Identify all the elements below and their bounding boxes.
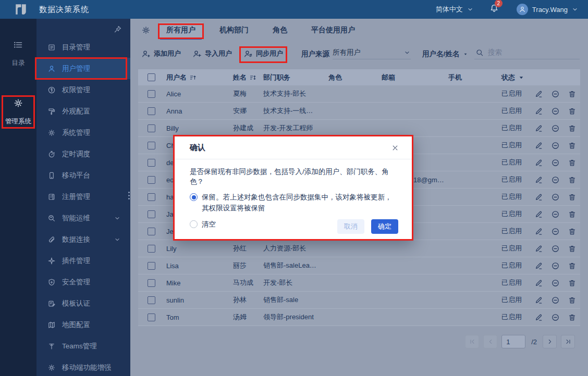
row-checkbox[interactable] bbox=[148, 124, 155, 132]
sidebar-item[interactable]: 安全管理 bbox=[36, 271, 130, 293]
prev-page-button[interactable] bbox=[483, 335, 497, 348]
radio-unselected-icon[interactable] bbox=[190, 220, 198, 228]
confirm-button[interactable]: 确定 bbox=[371, 219, 398, 234]
edit-icon[interactable] bbox=[534, 227, 543, 236]
sidebar-item[interactable]: 权限管理 bbox=[36, 79, 130, 101]
delete-icon[interactable] bbox=[568, 107, 577, 116]
disable-icon[interactable] bbox=[551, 279, 560, 287]
disable-icon[interactable] bbox=[551, 124, 560, 133]
filter-caret-icon[interactable] bbox=[518, 74, 525, 81]
disable-icon[interactable] bbox=[551, 193, 560, 202]
sidebar-item[interactable]: 数据连接 bbox=[36, 229, 130, 250]
row-checkbox[interactable] bbox=[148, 262, 155, 270]
delete-icon[interactable] bbox=[568, 279, 577, 287]
close-icon[interactable] bbox=[391, 144, 399, 152]
tab-org-dept[interactable]: 机构部门 bbox=[212, 22, 256, 38]
edit-icon[interactable] bbox=[534, 244, 543, 253]
edit-icon[interactable] bbox=[534, 107, 543, 116]
delete-icon[interactable] bbox=[568, 313, 577, 322]
sort-icon[interactable] bbox=[249, 74, 256, 81]
radio-selected-icon[interactable] bbox=[190, 193, 198, 201]
last-page-button[interactable] bbox=[561, 335, 575, 348]
disable-icon[interactable] bbox=[551, 141, 560, 150]
tab-platform-users[interactable]: 平台使用用户 bbox=[304, 22, 362, 38]
sync-user-button[interactable]: 同步用户 bbox=[243, 49, 283, 58]
sidebar-drag-handle[interactable] bbox=[128, 192, 130, 199]
rail-item-admin-system[interactable]: 管理系统 bbox=[0, 98, 36, 126]
sidebar-item[interactable]: 移动端功能增强 bbox=[36, 357, 130, 376]
delete-icon[interactable] bbox=[568, 261, 577, 270]
disable-icon[interactable] bbox=[551, 90, 560, 98]
search-field-selector[interactable]: 用户名/姓名 bbox=[422, 49, 468, 59]
sidebar-item[interactable]: 模板认证 bbox=[36, 293, 130, 314]
edit-icon[interactable] bbox=[534, 279, 543, 287]
sidebar-item[interactable]: 用户管理 bbox=[36, 58, 130, 79]
disable-icon[interactable] bbox=[551, 261, 560, 270]
row-checkbox[interactable] bbox=[148, 279, 155, 287]
row-checkbox[interactable] bbox=[148, 107, 155, 115]
edit-icon[interactable] bbox=[534, 90, 543, 98]
tab-settings-gear-icon[interactable] bbox=[141, 26, 151, 35]
edit-icon[interactable] bbox=[534, 124, 543, 133]
row-checkbox[interactable] bbox=[148, 159, 155, 167]
delete-icon[interactable] bbox=[568, 176, 577, 184]
delete-icon[interactable] bbox=[568, 296, 577, 305]
sidebar-item[interactable]: 外观配置 bbox=[36, 101, 130, 122]
edit-icon[interactable] bbox=[534, 296, 543, 305]
disable-icon[interactable] bbox=[551, 176, 560, 184]
delete-icon[interactable] bbox=[568, 193, 577, 202]
disable-icon[interactable] bbox=[551, 227, 560, 236]
edit-icon[interactable] bbox=[534, 141, 543, 150]
sidebar-item[interactable]: 注册管理 bbox=[36, 186, 130, 207]
chevron-down-icon[interactable] bbox=[571, 6, 579, 13]
select-all-checkbox[interactable] bbox=[148, 73, 155, 81]
sidebar-item[interactable]: 智能运维 bbox=[36, 207, 130, 229]
row-checkbox[interactable] bbox=[148, 210, 155, 218]
pin-icon[interactable] bbox=[114, 25, 122, 33]
delete-icon[interactable] bbox=[568, 244, 577, 253]
row-checkbox[interactable] bbox=[148, 296, 155, 304]
sidebar-item[interactable]: 地图配置 bbox=[36, 314, 130, 335]
column-header[interactable]: 状态 bbox=[501, 73, 530, 82]
sidebar-item[interactable]: 移动平台 bbox=[36, 165, 130, 186]
edit-icon[interactable] bbox=[534, 313, 543, 322]
radio-option-keep[interactable]: 保留。若上述对象也包含在同步数据集中，该对象将被更新，其权限设置将被保留 bbox=[190, 192, 397, 214]
edit-icon[interactable] bbox=[534, 158, 543, 167]
edit-icon[interactable] bbox=[534, 210, 543, 219]
tab-all-users[interactable]: 所有用户 bbox=[159, 22, 203, 38]
edit-icon[interactable] bbox=[534, 193, 543, 202]
disable-icon[interactable] bbox=[551, 107, 560, 116]
sidebar-item[interactable]: 系统管理 bbox=[36, 122, 130, 143]
edit-icon[interactable] bbox=[534, 261, 543, 270]
sidebar-item[interactable]: 插件管理 bbox=[36, 250, 130, 271]
row-checkbox[interactable] bbox=[148, 176, 155, 184]
disable-icon[interactable] bbox=[551, 210, 560, 219]
first-page-button[interactable] bbox=[465, 335, 479, 348]
search-input[interactable] bbox=[488, 48, 580, 56]
row-checkbox[interactable] bbox=[148, 314, 155, 321]
page-number-input[interactable] bbox=[501, 335, 525, 348]
avatar[interactable] bbox=[517, 4, 528, 15]
row-checkbox[interactable] bbox=[148, 228, 155, 235]
sidebar-item[interactable]: 目录管理 bbox=[36, 36, 130, 58]
delete-icon[interactable] bbox=[568, 158, 577, 167]
add-user-button[interactable]: 添加用户 bbox=[141, 49, 181, 58]
sort-icon[interactable] bbox=[189, 74, 197, 81]
cancel-button[interactable]: 取消 bbox=[337, 219, 364, 234]
row-checkbox[interactable] bbox=[148, 245, 155, 253]
next-page-button[interactable] bbox=[543, 335, 557, 348]
import-user-button[interactable]: 导入用户 bbox=[192, 49, 232, 58]
delete-icon[interactable] bbox=[568, 141, 577, 150]
delete-icon[interactable] bbox=[568, 227, 577, 236]
delete-icon[interactable] bbox=[568, 90, 577, 98]
row-checkbox[interactable] bbox=[148, 193, 155, 201]
column-header[interactable]: 姓名 bbox=[233, 73, 263, 82]
user-source-select[interactable]: 所有用户 bbox=[333, 46, 411, 59]
tab-roles[interactable]: 角色 bbox=[265, 22, 295, 38]
edit-icon[interactable] bbox=[534, 176, 543, 184]
rail-item-directory[interactable]: 目录 bbox=[0, 40, 36, 68]
row-checkbox[interactable] bbox=[148, 90, 155, 98]
disable-icon[interactable] bbox=[551, 244, 560, 253]
language-selector[interactable]: 简体中文 bbox=[436, 5, 474, 14]
notification-button[interactable]: 2 bbox=[489, 4, 499, 15]
